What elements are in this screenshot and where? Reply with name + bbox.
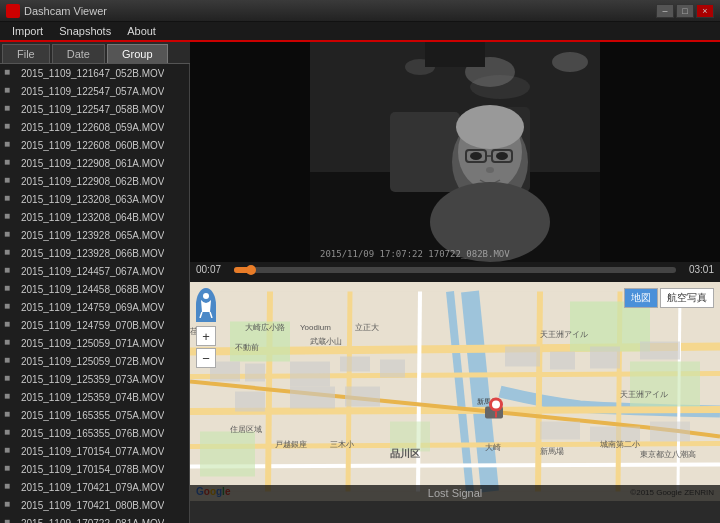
file-list-item[interactable]: ■2015_1109_125359_073A.MOV	[0, 370, 189, 388]
file-name: 2015_1109_165355_076B.MOV	[21, 428, 164, 439]
file-name: 2015_1109_122908_062B.MOV	[21, 176, 164, 187]
menu-snapshots[interactable]: Snapshots	[51, 23, 119, 39]
file-list-item[interactable]: ■2015_1109_123208_063A.MOV	[0, 190, 189, 208]
progress-handle[interactable]	[246, 265, 256, 275]
zoom-in-button[interactable]: +	[196, 326, 216, 346]
file-list-item[interactable]: ■2015_1109_122608_060B.MOV	[0, 136, 189, 154]
close-button[interactable]: ×	[696, 4, 714, 18]
file-name: 2015_1109_170722_081A.MOV	[21, 518, 164, 524]
file-list-item[interactable]: ■2015_1109_170722_081A.MOV	[0, 514, 189, 523]
file-list-item[interactable]: ■2015_1109_125059_071A.MOV	[0, 334, 189, 352]
svg-rect-44	[505, 347, 540, 367]
map-type-map[interactable]: 地図	[624, 288, 658, 308]
file-list-item[interactable]: ■2015_1109_124457_067A.MOV	[0, 262, 189, 280]
file-icon: ■	[4, 318, 18, 332]
file-list-item[interactable]: ■2015_1109_123928_065A.MOV	[0, 226, 189, 244]
map-type-satellite[interactable]: 航空写真	[660, 288, 714, 308]
svg-point-14	[470, 152, 482, 160]
svg-point-15	[496, 152, 508, 160]
svg-rect-20	[425, 42, 485, 67]
svg-rect-48	[235, 392, 265, 412]
file-list-item[interactable]: ■2015_1109_170154_077A.MOV	[0, 442, 189, 460]
svg-rect-53	[650, 422, 690, 442]
file-list-item[interactable]: ■2015_1109_122908_062B.MOV	[0, 172, 189, 190]
minimize-button[interactable]: –	[656, 4, 674, 18]
file-name: 2015_1109_122608_060B.MOV	[21, 140, 164, 151]
file-icon: ■	[4, 210, 18, 224]
progress-bar[interactable]	[234, 267, 676, 273]
file-list-item[interactable]: ■2015_1109_123208_064B.MOV	[0, 208, 189, 226]
file-list-item[interactable]: ■2015_1109_122908_061A.MOV	[0, 154, 189, 172]
svg-line-76	[200, 312, 202, 318]
svg-text:大崎広小路: 大崎広小路	[245, 323, 285, 332]
street-view-button[interactable]	[196, 288, 216, 322]
svg-text:大崎: 大崎	[485, 443, 501, 452]
file-name: 2015_1109_170154_077A.MOV	[21, 446, 164, 457]
file-list-item[interactable]: ■2015_1109_124759_070B.MOV	[0, 316, 189, 334]
file-list-item[interactable]: ■2015_1109_122547_058B.MOV	[0, 100, 189, 118]
file-list-item[interactable]: ■2015_1109_124458_068B.MOV	[0, 280, 189, 298]
file-icon: ■	[4, 372, 18, 386]
zoom-out-button[interactable]: −	[196, 348, 216, 368]
file-list-item[interactable]: ■2015_1109_170421_080B.MOV	[0, 496, 189, 514]
file-icon: ■	[4, 174, 18, 188]
file-icon: ■	[4, 336, 18, 350]
svg-text:住居区域: 住居区域	[230, 425, 262, 434]
file-name: 2015_1109_122908_061A.MOV	[21, 158, 164, 169]
svg-text:天王洲アイル: 天王洲アイル	[620, 390, 668, 399]
svg-text:不動前: 不動前	[235, 343, 259, 352]
file-list-item[interactable]: ■2015_1109_121647_052B.MOV	[0, 64, 189, 82]
file-list-item[interactable]: ■2015_1109_122547_057A.MOV	[0, 82, 189, 100]
file-list-item[interactable]: ■2015_1109_165355_076B.MOV	[0, 424, 189, 442]
file-name: 2015_1109_122608_059A.MOV	[21, 122, 164, 133]
file-list-item[interactable]: ■2015_1109_170154_078B.MOV	[0, 460, 189, 478]
svg-rect-36	[630, 362, 700, 407]
titlebar-controls: – □ ×	[656, 4, 714, 18]
file-name: 2015_1109_165355_075A.MOV	[21, 410, 164, 421]
svg-text:三木小: 三木小	[330, 440, 354, 449]
svg-point-3	[552, 52, 588, 72]
svg-rect-6	[390, 112, 460, 192]
titlebar: Dashcam Viewer – □ ×	[0, 0, 720, 22]
file-name: 2015_1109_125059_071A.MOV	[21, 338, 164, 349]
file-name: 2015_1109_123928_066B.MOV	[21, 248, 164, 259]
file-list: ■2015_1109_121647_052B.MOV■2015_1109_122…	[0, 64, 190, 523]
file-icon: ■	[4, 498, 18, 512]
lost-signal: Lost Signal	[190, 485, 720, 501]
file-icon: ■	[4, 192, 18, 206]
file-list-item[interactable]: ■2015_1109_123928_066B.MOV	[0, 244, 189, 262]
file-name: 2015_1109_124759_069A.MOV	[21, 302, 164, 313]
menu-about[interactable]: About	[119, 23, 164, 39]
svg-rect-18	[190, 42, 310, 262]
tab-group[interactable]: Group	[107, 44, 168, 63]
svg-rect-46	[590, 347, 620, 369]
tab-date[interactable]: Date	[52, 44, 105, 63]
svg-rect-47	[640, 342, 680, 360]
file-icon: ■	[4, 264, 18, 278]
file-name: 2015_1109_123208_064B.MOV	[21, 212, 164, 223]
svg-rect-35	[570, 302, 650, 352]
tab-file[interactable]: File	[2, 44, 50, 63]
file-list-item[interactable]: ■2015_1109_125359_074B.MOV	[0, 388, 189, 406]
file-list-item[interactable]: ■2015_1109_124759_069A.MOV	[0, 298, 189, 316]
file-icon: ■	[4, 408, 18, 422]
svg-text:戸越銀座: 戸越銀座	[275, 440, 307, 449]
progress-row: 00:07 03:01	[196, 264, 714, 275]
maximize-button[interactable]: □	[676, 4, 694, 18]
svg-point-16	[486, 167, 494, 173]
svg-rect-37	[200, 432, 255, 477]
svg-rect-49	[290, 387, 335, 409]
menu-import[interactable]: Import	[4, 23, 51, 39]
file-list-item[interactable]: ■2015_1109_122608_059A.MOV	[0, 118, 189, 136]
current-time: 00:07	[196, 264, 228, 275]
file-list-item[interactable]: ■2015_1109_125059_072B.MOV	[0, 352, 189, 370]
file-list-item[interactable]: ■2015_1109_170421_079A.MOV	[0, 478, 189, 496]
svg-point-10	[456, 105, 524, 149]
file-icon: ■	[4, 66, 18, 80]
main-layout: File Date Group ■2015_1109_121647_052B.M…	[0, 42, 720, 501]
file-icon: ■	[4, 84, 18, 98]
svg-rect-50	[345, 387, 380, 407]
file-list-item[interactable]: ■2015_1109_165355_075A.MOV	[0, 406, 189, 424]
map-area: 新馬場 品川区 不動前 武蔵小山 天王洲アイル 住居区域 戸越銀座 三木小 大崎…	[190, 282, 720, 501]
file-name: 2015_1109_122547_058B.MOV	[21, 104, 164, 115]
